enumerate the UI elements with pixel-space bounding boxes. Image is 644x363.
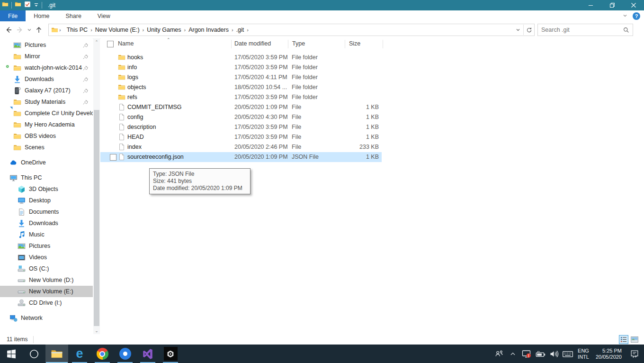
breadcrumb-item[interactable]: Argon Invaders [187, 27, 231, 33]
sidebar-item-music[interactable]: Music [0, 229, 93, 240]
ribbon-tab-file[interactable]: File [0, 10, 26, 21]
sidebar-item-watch-john-wick-2014-fr[interactable]: watch-john-wick-2014-fr [0, 62, 93, 73]
search-input[interactable] [538, 26, 623, 34]
thumbnail-view-button[interactable] [630, 335, 639, 344]
file-row-index[interactable]: index20/05/2020 2:46 PMFile233 KB [100, 142, 382, 152]
crumb-separator[interactable]: › [231, 27, 234, 33]
refresh-icon[interactable] [523, 25, 534, 35]
sidebar-item-onedrive[interactable]: OneDrive [0, 157, 93, 168]
file-row-refs[interactable]: refs17/05/2020 3:59 PMFile folder [100, 92, 382, 102]
action-center-icon[interactable] [625, 345, 644, 363]
sidebar-item-cd-drive-i-[interactable]: CD Drive (I:) [0, 297, 93, 309]
sidebar-item-study-materials[interactable]: Study Materials [0, 96, 93, 108]
help-icon[interactable]: ? [633, 12, 640, 20]
file-row-info[interactable]: info17/05/2020 3:59 PMFile folder [100, 63, 382, 73]
sidebar-item-videos[interactable]: Videos [0, 252, 93, 263]
volume-icon[interactable] [547, 345, 561, 363]
crumb-separator[interactable]: › [142, 27, 145, 33]
column-header-type[interactable]: Type [292, 40, 305, 47]
address-bar[interactable]: › This PC›New Volume (E:)›Unity Games›Ar… [48, 24, 535, 36]
recent-locations-icon[interactable] [26, 24, 33, 36]
column-header-size[interactable]: Size [349, 40, 360, 47]
ribbon-collapse-icon[interactable] [622, 12, 628, 20]
sidebar-item-new-volume-e-[interactable]: New Volume (E:) [0, 286, 93, 297]
sidebar-item-scenes[interactable]: Scenes [0, 142, 93, 153]
file-row-logs[interactable]: logs17/05/2020 4:11 PMFile folder [100, 73, 382, 82]
sidebar-item-documents[interactable]: Documents [0, 206, 93, 218]
chevron-up-icon[interactable] [506, 345, 519, 363]
sidebar-item-complete-c-unity-develop[interactable]: Complete C# Unity Develop [0, 108, 93, 119]
search-icon[interactable] [623, 27, 629, 33]
file-row-config[interactable]: config20/05/2020 4:30 PMFile1 KB [100, 112, 382, 122]
scroll-down-icon[interactable]: ⌄ [93, 327, 100, 334]
item-count: 11 items [7, 336, 27, 343]
taskbar-chrome-icon[interactable] [91, 345, 114, 363]
file-row-commit-editmsg[interactable]: COMMIT_EDITMSG20/05/2020 1:09 PMFile1 KB [100, 102, 382, 112]
up-button[interactable] [33, 24, 45, 36]
taskbar-cortana-icon[interactable] [23, 345, 45, 363]
taskbar-start-button[interactable] [0, 345, 23, 363]
breadcrumb-item[interactable]: Unity Games [145, 27, 183, 33]
file-icon [118, 143, 125, 151]
crumb-separator[interactable]: › [183, 27, 187, 33]
clock[interactable]: 5:25 PM 20/05/2020 [592, 348, 625, 360]
sidebar-item-pictures[interactable]: Pictures [0, 240, 93, 252]
restore-button[interactable] [601, 0, 623, 10]
sidebar-item-desktop[interactable]: Desktop [0, 195, 93, 206]
ribbon-tab-share[interactable]: Share [58, 10, 89, 21]
scrollbar-thumb[interactable] [94, 110, 99, 326]
sidebar-item-obs-videos[interactable]: OBS videos [0, 130, 93, 142]
file-row-description[interactable]: description17/05/2020 3:59 PMFile1 KB [100, 122, 382, 132]
language-indicator[interactable]: ENG INTL [574, 348, 592, 360]
ribbon-tab-view[interactable]: View [89, 10, 118, 21]
touch-keyboard-icon[interactable] [561, 345, 574, 363]
onedrive-icon [9, 159, 18, 167]
sidebar-item-network[interactable]: Network [0, 312, 93, 324]
forward-button[interactable] [14, 24, 26, 36]
breadcrumb-item[interactable]: New Volume (E:) [93, 27, 142, 33]
properties-check-icon[interactable] [24, 1, 31, 9]
select-all-checkbox[interactable] [107, 41, 114, 49]
file-row-hooks[interactable]: hooks17/05/2020 3:59 PMFile folder [100, 53, 382, 63]
details-view-button[interactable] [619, 335, 628, 344]
ribbon-tab-home[interactable]: Home [26, 10, 57, 21]
qat-dropdown-icon[interactable] [34, 1, 39, 9]
breadcrumb-item[interactable]: This PC [65, 27, 89, 33]
file-row-sourcetreeconfig-json[interactable]: sourcetreeconfig.json20/05/2020 1:09 PMJ… [100, 152, 382, 162]
new-folder-icon[interactable] [15, 1, 21, 9]
breadcrumb-item[interactable]: .git [234, 27, 246, 33]
file-row-head[interactable]: HEAD17/05/2020 3:59 PMFile1 KB [100, 132, 382, 142]
sidebar-item-my-hero-academia[interactable]: My Hero Academia [0, 119, 93, 130]
column-header-name[interactable]: Name [118, 40, 134, 47]
taskbar-edge-icon[interactable]: e [68, 345, 91, 363]
sidebar-item-this-pc[interactable]: This PC [0, 172, 93, 183]
row-checkbox[interactable] [110, 154, 116, 162]
sidebar-item-mirror[interactable]: Mirror [0, 51, 93, 62]
scroll-up-icon[interactable]: ⌃ [93, 38, 100, 45]
security-alert-icon[interactable] [519, 345, 533, 363]
minimize-button[interactable] [580, 0, 601, 10]
taskbar-file-explorer-icon[interactable] [45, 345, 68, 363]
taskbar-visual-studio-icon[interactable] [136, 345, 159, 363]
close-button[interactable] [623, 0, 644, 10]
people-icon[interactable] [492, 345, 506, 363]
battery-icon[interactable] [533, 345, 547, 363]
sidebar-item-galaxy-a7-2017-[interactable]: Galaxy A7 (2017) [0, 85, 93, 96]
sort-ascending-icon: ⌃ [167, 37, 170, 42]
sidebar-item-downloads[interactable]: Downloads [0, 218, 93, 229]
sidebar-item-3d-objects[interactable]: 3D Objects [0, 183, 93, 195]
file-row-objects[interactable]: objects18/05/2020 10:54 ...File folder [100, 82, 382, 92]
crumb-separator[interactable]: › [246, 27, 250, 33]
sidebar-item-pictures[interactable]: Pictures [0, 39, 93, 51]
sidebar-item-new-volume-d-[interactable]: New Volume (D:) [0, 274, 93, 286]
column-header-date[interactable]: Date modified [234, 40, 271, 47]
crumb-separator[interactable]: › [89, 27, 93, 33]
taskbar-maps-icon[interactable] [114, 345, 136, 363]
documents-icon [18, 208, 26, 216]
taskbar-unity-icon[interactable] [159, 345, 182, 363]
address-dropdown-icon[interactable] [513, 25, 523, 35]
sidebar-scrollbar[interactable]: ⌃ ⌄ [93, 38, 100, 334]
sidebar-item-os-c-[interactable]: OS (C:) [0, 263, 93, 274]
sidebar-item-downloads[interactable]: Downloads [0, 73, 93, 85]
back-button[interactable] [3, 24, 14, 36]
